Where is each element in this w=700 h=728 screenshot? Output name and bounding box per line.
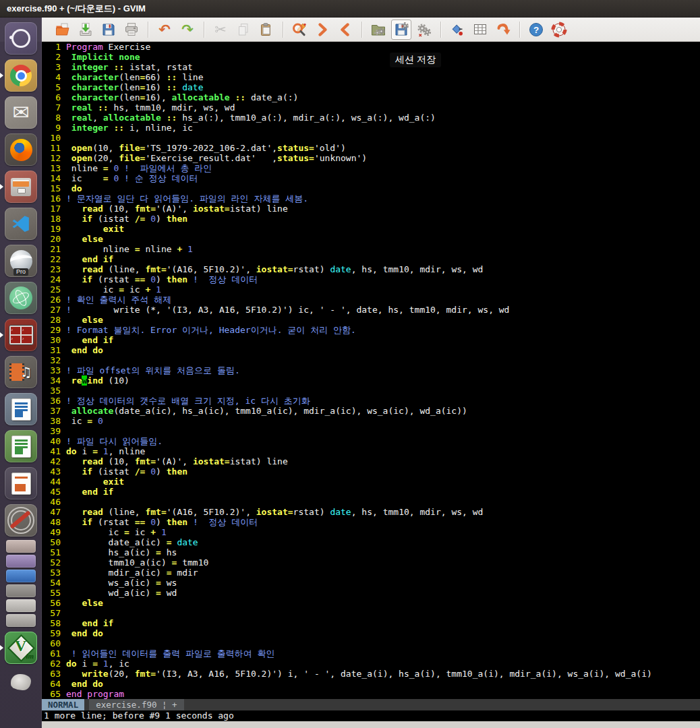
load-session-icon [370, 22, 386, 38]
code-line: 14 ic = 0 ! 순 정상 데이터 [42, 173, 700, 183]
code-line: 48 if (rstat == 0) then ! 정상 데이터 [42, 517, 700, 527]
line-number: 17 [45, 204, 61, 214]
code-token [66, 264, 82, 274]
code-line: 35 [42, 386, 700, 396]
code-token: ! 확인 출력시 주석 해제 [66, 295, 171, 305]
run-script-button[interactable] [414, 20, 434, 40]
launcher-item-firefox[interactable] [5, 133, 37, 166]
code-token [66, 92, 71, 102]
launcher-item-gears-collapsed[interactable] [6, 584, 36, 597]
launcher-item-gvim[interactable]: Vim [5, 632, 37, 664]
launcher-item-libreoffice-writer[interactable] [5, 393, 37, 425]
save-session-icon [393, 22, 409, 38]
launcher-item-bluetooth-collapsed[interactable] [6, 570, 36, 582]
run-ctags-button[interactable] [470, 20, 490, 40]
launcher-item-layers2-collapsed[interactable] [6, 614, 36, 627]
code-token: hs_a(:), tmm10_a(:), mdir_a(:), ws_a(:),… [177, 113, 436, 123]
code-line: 29! Format 불일치. Error 이거나, Header이거나. 굳이… [42, 325, 700, 335]
code-line: 58 end if [42, 618, 700, 628]
load-session-button[interactable] [368, 20, 388, 40]
launcher-item-file-cabinet[interactable] [5, 171, 37, 203]
code-line: 52 tmm10_a(ic) = tmm10 [42, 557, 700, 568]
save-all-button[interactable] [98, 20, 119, 40]
code-token: 1 [156, 284, 161, 295]
code-token [66, 345, 71, 355]
code-token: 16) [145, 82, 166, 92]
code-token: status [277, 153, 309, 163]
find-next-button[interactable] [312, 20, 332, 40]
paste-button[interactable] [256, 20, 276, 40]
save-button[interactable] [76, 20, 96, 40]
line-number: 21 [45, 244, 61, 254]
code-token: end if [82, 487, 113, 497]
launcher-item-trash[interactable] [5, 669, 37, 696]
code-token: iostat [256, 507, 288, 517]
code-token: hs_a(ic) [66, 547, 156, 557]
line-number: 36 [45, 396, 61, 406]
code-token: i, nline, ic [124, 123, 193, 133]
code-token: iostat [256, 264, 288, 274]
atom-icon [9, 286, 32, 309]
window-titlebar[interactable]: exercise.f90 + (~/다운로드) - GVIM [0, 0, 700, 18]
find-prev-button[interactable] [335, 20, 355, 40]
undo-button[interactable]: ↶ [154, 20, 175, 40]
launcher-item-system-tools[interactable] [5, 504, 37, 537]
tag-jump-button[interactable] [493, 20, 513, 40]
code-token: date [330, 507, 351, 517]
launcher-item-atom[interactable] [5, 282, 37, 314]
code-token: 66) [145, 72, 166, 82]
code-token: 0 [150, 517, 156, 527]
code-token: = [309, 143, 314, 153]
line-number: 46 [45, 497, 61, 507]
line-number: 63 [45, 669, 61, 679]
code-line: 17 read (10, fmt='(A)', iostat=istat) li… [42, 204, 700, 214]
code-line: 38 ic = 0 [42, 416, 700, 426]
launcher-item-terminal-red[interactable] [5, 319, 37, 351]
launcher-item-mail[interactable]: ✉ [5, 96, 37, 129]
chrome-icon [10, 65, 32, 86]
redo-button[interactable]: ↷ [177, 20, 198, 40]
code-token: /= [135, 466, 146, 477]
code-line: 33! 파일 offset의 위치를 처음으로 돌림. [42, 365, 700, 375]
code-line: 51 hs_a(ic) = hs [42, 547, 700, 557]
open-button[interactable] [53, 20, 73, 40]
code-token [66, 143, 71, 153]
code-token: ) [341, 143, 346, 153]
launcher-item-libreoffice-impress[interactable] [5, 467, 37, 499]
print-button[interactable] [121, 20, 142, 40]
launcher-item-vscode[interactable] [5, 208, 37, 240]
find-replace-button[interactable] [289, 20, 310, 40]
launcher-item-layers-collapsed[interactable] [6, 599, 36, 612]
code-token: integer [71, 62, 109, 72]
editor-text-area[interactable]: 1Program Exercise2 Implicit none3 intege… [42, 42, 700, 699]
code-token: ws_a(ic) [66, 578, 156, 588]
copy-button[interactable] [233, 20, 254, 40]
code-token: write (*, '(I3, A3, A16, 5F10.2)') ic, '… [71, 305, 510, 315]
code-token [66, 234, 82, 244]
code-token: read [82, 456, 103, 466]
toolbar-separator [204, 22, 204, 38]
code-line: 44 exit [42, 477, 700, 487]
launcher-item-chrome[interactable] [5, 59, 37, 92]
code-token: = [150, 456, 156, 466]
print-icon [123, 22, 140, 38]
cut-button[interactable]: ✂ [210, 20, 231, 40]
launcher-item-paint-collapsed[interactable] [6, 555, 36, 568]
launcher-item-mixer-collapsed[interactable] [6, 540, 36, 553]
code-line: 12 open(20, file='Exercise_result.dat' ,… [42, 153, 700, 163]
launcher-item-libreoffice-calc[interactable] [5, 430, 37, 462]
code-line: 62do i = 1, ic [42, 659, 700, 669]
line-number: 60 [45, 638, 61, 648]
launcher-item-media-player[interactable]: ♫ [5, 356, 37, 388]
code-token: iostat [193, 204, 225, 214]
launcher-item-google-earth-pro[interactable]: Pro [5, 245, 37, 277]
find-help-button[interactable] [549, 20, 569, 40]
launcher-item-ubuntu-dash[interactable] [5, 22, 37, 55]
make-button[interactable] [447, 20, 467, 40]
code-token: do [66, 659, 77, 669]
command-line-message: 1 more line; before #9 1 seconds ago [42, 710, 700, 721]
code-token: (20, [92, 153, 119, 163]
line-number: 25 [45, 284, 61, 295]
save-session-button[interactable] [391, 20, 411, 40]
help-button[interactable]: ? [526, 20, 546, 40]
